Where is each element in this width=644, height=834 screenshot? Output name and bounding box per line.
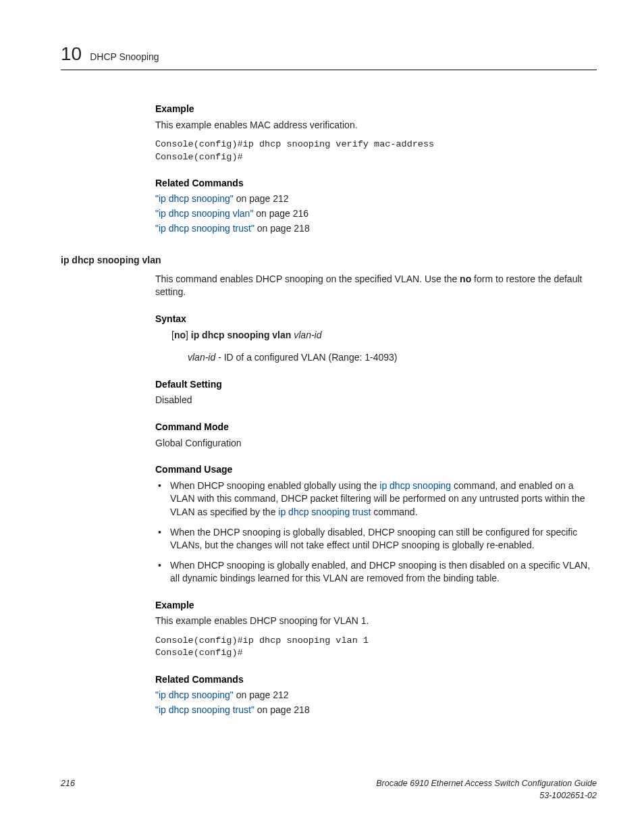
footer-doc-number: 53-1002651-02 — [539, 791, 597, 800]
command-content: This command enables DHCP snooping on th… — [155, 273, 597, 717]
parameter-description: vlan-id - ID of a configured VLAN (Range… — [188, 351, 597, 365]
command-description: This command enables DHCP snooping on th… — [155, 273, 597, 299]
usage-item: When DHCP snooping enabled globally usin… — [155, 479, 597, 519]
console-output-2: Console(config)#ip dhcp snooping vlan 1 … — [155, 635, 597, 659]
heading-default-setting: Default Setting — [155, 378, 597, 392]
console-output-1: Console(config)#ip dhcp snooping verify … — [155, 138, 597, 163]
syntax-bracket-close: ] — [186, 330, 191, 340]
usage-text-pre: When DHCP snooping enabled globally usin… — [170, 480, 379, 491]
heading-syntax: Syntax — [155, 313, 597, 326]
chapter-title: DHCP Snooping — [90, 51, 159, 64]
xref-rest: on page 218 — [254, 223, 310, 234]
syntax-param: vlan-id — [291, 330, 321, 340]
xref-link[interactable]: ip dhcp snooping trust — [278, 506, 371, 517]
xref-link[interactable]: "ip dhcp snooping vlan" — [155, 208, 253, 219]
footer-book-title: Brocade 6910 Ethernet Access Switch Conf… — [376, 779, 597, 788]
usage-item: When DHCP snooping is globally enabled, … — [155, 559, 597, 585]
chapter-number: 10 — [61, 41, 82, 67]
xref-rest: on page 212 — [234, 689, 289, 700]
xref-rest: on page 212 — [234, 193, 289, 204]
xref-rest: on page 216 — [253, 208, 308, 219]
example-intro: This example enables MAC address verific… — [155, 119, 597, 132]
heading-command-mode: Command Mode — [155, 421, 597, 434]
desc-pre: This command enables DHCP snooping on th… — [155, 273, 460, 284]
syntax-command: ip dhcp snooping vlan — [191, 330, 292, 340]
syntax-block: [no] ip dhcp snooping vlan vlan-id vlan-… — [171, 329, 597, 365]
param-name: vlan-id — [188, 352, 215, 363]
related-commands-list-1: "ip dhcp snooping" on page 212 "ip dhcp … — [155, 192, 597, 235]
related-item: "ip dhcp snooping trust" on page 218 — [155, 222, 597, 236]
xref-link[interactable]: "ip dhcp snooping trust" — [155, 704, 254, 715]
desc-bold: no — [460, 273, 471, 284]
param-desc-text: - ID of a configured VLAN (Range: 1-4093… — [215, 352, 397, 363]
related-item: "ip dhcp snooping trust" on page 218 — [155, 704, 597, 717]
page-footer: 216 Brocade 6910 Ethernet Access Switch … — [61, 778, 597, 802]
command-name-heading: ip dhcp snooping vlan — [61, 254, 597, 267]
related-item: "ip dhcp snooping vlan" on page 216 — [155, 207, 597, 221]
xref-link[interactable]: "ip dhcp snooping" — [155, 193, 234, 204]
heading-example: Example — [155, 103, 597, 116]
command-usage-list: When DHCP snooping enabled globally usin… — [155, 479, 597, 585]
syntax-line: [no] ip dhcp snooping vlan vlan-id — [171, 329, 597, 342]
example-intro-2: This example enables DHCP snooping for V… — [155, 615, 597, 628]
xref-link[interactable]: "ip dhcp snooping trust" — [155, 223, 254, 234]
related-commands-list-2: "ip dhcp snooping" on page 212 "ip dhcp … — [155, 689, 597, 716]
related-item: "ip dhcp snooping" on page 212 — [155, 689, 597, 702]
heading-related-commands-2: Related Commands — [155, 673, 597, 687]
default-setting-value: Disabled — [155, 394, 597, 407]
xref-link[interactable]: ip dhcp snooping — [379, 480, 451, 491]
related-item: "ip dhcp snooping" on page 212 — [155, 192, 597, 206]
heading-example-2: Example — [155, 599, 597, 613]
heading-related-commands: Related Commands — [155, 177, 597, 190]
usage-text-post: command. — [371, 506, 417, 517]
xref-rest: on page 218 — [254, 704, 310, 715]
xref-link[interactable]: "ip dhcp snooping" — [155, 689, 234, 700]
syntax-no: no — [174, 330, 186, 340]
page-number: 216 — [61, 778, 75, 790]
command-mode-value: Global Configuration — [155, 437, 597, 450]
page-header: 10 DHCP Snooping — [61, 41, 597, 70]
content-area: Example This example enables MAC address… — [155, 103, 597, 235]
usage-item: When the DHCP snooping is globally disab… — [155, 526, 597, 552]
heading-command-usage: Command Usage — [155, 463, 597, 477]
